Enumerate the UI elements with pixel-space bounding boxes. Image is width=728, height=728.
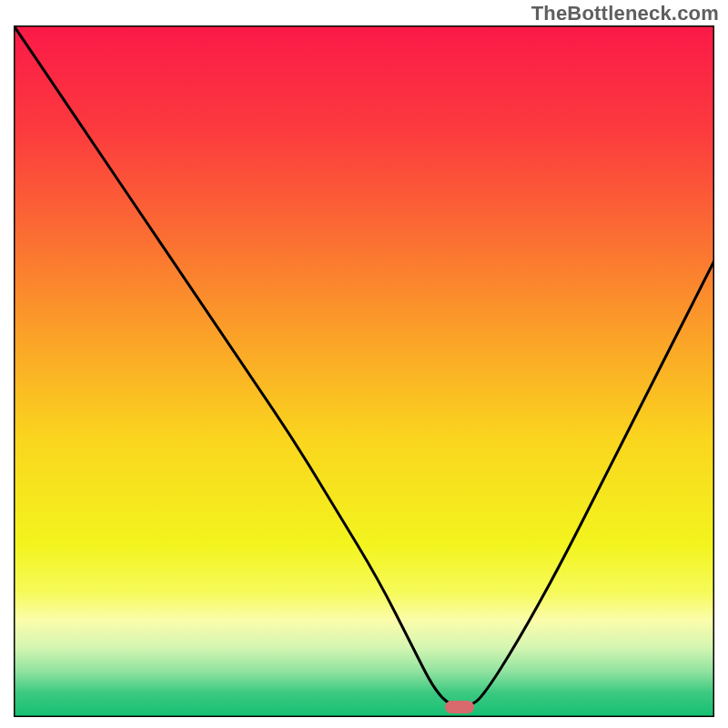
bottleneck-chart: TheBottleneck.com: [0, 0, 728, 728]
plot-frame: [14, 25, 714, 717]
plot-svg: [14, 25, 714, 717]
watermark-text: TheBottleneck.com: [531, 2, 719, 25]
optimum-marker: [445, 701, 474, 713]
gradient-background: [14, 25, 714, 717]
